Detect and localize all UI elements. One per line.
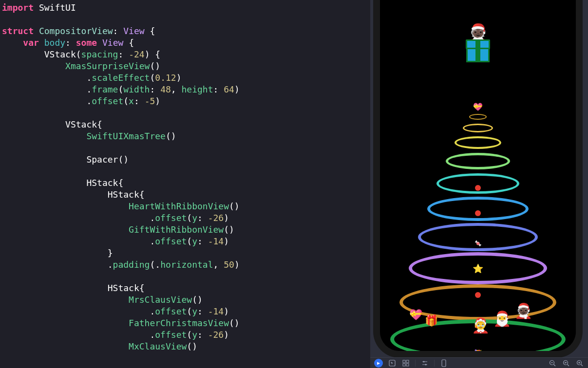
kw-struct: struct [2, 26, 34, 36]
code-editor[interactable]: import SwiftUI struct CompositorView: Vi… [0, 0, 370, 368]
call-vstack2: VStack [65, 119, 97, 129]
device-side-button [371, 164, 373, 198]
param-y3: y [192, 306, 197, 316]
call-hstack2: HStack [108, 189, 139, 200]
svg-rect-9 [442, 360, 446, 367]
tree-ornament: ⭐ [473, 263, 483, 275]
tree-ornament [475, 185, 481, 191]
call-padding: padding [113, 259, 150, 270]
tree-ornament [475, 210, 481, 216]
call-offset1: offset [92, 96, 123, 106]
num-width: 48 [160, 84, 171, 94]
param-y2: y [192, 236, 197, 246]
proto-view: View [123, 26, 144, 36]
mrs-claus-icon: 🤶 [472, 320, 490, 331]
num-spacing: -24 [129, 49, 145, 59]
param-spacing: spacing [81, 49, 118, 59]
svg-line-18 [581, 364, 583, 366]
call-gift: GiftWithRibbonView [129, 224, 224, 235]
kw-some: some [76, 37, 97, 48]
tree-ornament [475, 292, 481, 298]
tree-ring [455, 136, 501, 149]
tree-ornament: 💐 [473, 349, 483, 358]
call-vstack: VStack [44, 49, 76, 59]
param-width: width [123, 84, 150, 94]
call-hstack3: HStack [108, 283, 139, 293]
gift-box-icon [466, 43, 490, 62]
tree-ring [446, 153, 510, 169]
call-offset4: offset [155, 306, 187, 316]
enum-horizontal: horizontal [160, 259, 213, 270]
call-frame: frame [92, 84, 118, 94]
toolbar-separator [434, 360, 435, 367]
param-y4: y [192, 330, 197, 340]
tree-ring [469, 114, 487, 120]
call-xmastree: SwiftUIXmasTree [86, 131, 166, 141]
svg-line-14 [568, 364, 569, 366]
call-offset3: offset [155, 236, 187, 246]
call-offset2: offset [155, 213, 187, 223]
zoom-out-button[interactable] [548, 359, 557, 368]
mod-swiftui: SwiftUI [39, 2, 76, 13]
gift-ribbon-icon: 🎁 [425, 315, 438, 327]
num-scale: 0.12 [155, 73, 176, 83]
father-christmas-icon: 🎅 [493, 313, 511, 325]
tree-ornament: 💝 [473, 101, 483, 113]
param-y1: y [192, 213, 197, 223]
selectable-toggle-button[interactable] [388, 359, 397, 368]
param-height: height [182, 84, 213, 94]
tree-ring [399, 284, 556, 320]
call-xmassurprise: XmasSurpriseView [65, 61, 150, 71]
preview-device-button[interactable] [439, 359, 448, 368]
call-mx: MxClausView [129, 341, 187, 351]
tree-ornament: 🍬 [474, 238, 482, 249]
num-y2: -14 [208, 236, 224, 246]
call-hstack1: HStack [86, 178, 118, 188]
call-offset5: offset [155, 330, 187, 340]
heart-ribbon-icon: 💝 [409, 309, 422, 321]
svg-rect-4 [406, 364, 409, 366]
param-x: x [129, 96, 134, 106]
svg-point-8 [425, 364, 427, 365]
zoom-in-button[interactable] [575, 359, 584, 368]
svg-rect-1 [403, 360, 405, 363]
device-settings-button[interactable] [420, 359, 429, 368]
call-spacer: Spacer [86, 154, 118, 165]
num-y4: -26 [208, 330, 224, 340]
num-x: -5 [145, 96, 155, 106]
num-pad: 50 [224, 259, 234, 270]
live-preview-play-button[interactable]: ▶ [374, 359, 383, 368]
zoom-fit-button[interactable] [562, 359, 570, 368]
type-compositor: CompositorView [39, 26, 113, 36]
call-father: FatherChristmasView [129, 318, 229, 328]
svg-rect-2 [406, 360, 409, 363]
svg-line-11 [554, 364, 556, 366]
call-scale: scaleEffect [92, 73, 150, 83]
device-side-button [371, 92, 373, 112]
tree-ring [427, 197, 529, 221]
device-side-button [371, 122, 373, 156]
device-side-button [584, 136, 586, 185]
num-height: 64 [224, 84, 234, 94]
mx-claus-bottom-icon: 🧑🏿‍🎄 [514, 305, 532, 317]
call-mrs: MrsClausView [129, 294, 192, 305]
tree-topper: 🧑🏿‍🎄 [466, 24, 490, 62]
tree-ring [463, 124, 493, 132]
kw-var: var [23, 37, 39, 48]
svg-rect-3 [403, 364, 405, 366]
prop-body: body [44, 37, 65, 48]
preview-canvas[interactable]: 🧑🏿‍🎄 💝🍬⭐🎁💐 💝 🎁 🤶 🎅 🧑🏿‍🎄 [380, 0, 576, 351]
toolbar-separator [415, 360, 416, 367]
call-heart: HeartWithRibbonView [129, 201, 229, 211]
type-view: View [102, 37, 123, 48]
num-y3: -14 [208, 306, 224, 316]
preview-toolbar: ▶ [370, 357, 588, 368]
variants-button[interactable] [401, 359, 410, 368]
preview-pane: 🧑🏿‍🎄 💝🍬⭐🎁💐 💝 🎁 🤶 🎅 🧑🏿‍🎄 ▶ [370, 0, 588, 368]
kw-import: import [2, 2, 34, 13]
svg-point-6 [423, 361, 425, 362]
device-frame: 🧑🏿‍🎄 💝🍬⭐🎁💐 💝 🎁 🤶 🎅 🧑🏿‍🎄 [373, 0, 583, 358]
num-y1: -26 [208, 213, 224, 223]
